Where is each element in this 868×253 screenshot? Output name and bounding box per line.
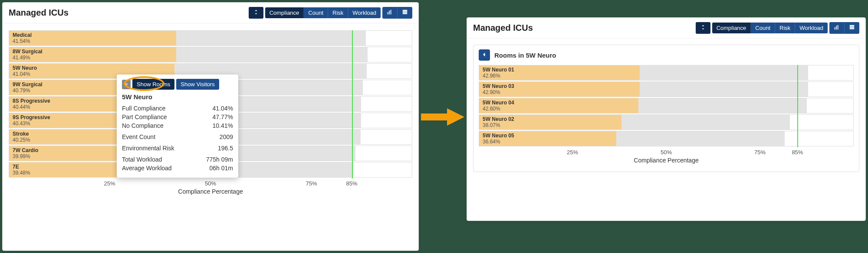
axis-tick: 85% — [792, 149, 803, 156]
bar-name: Medical — [13, 32, 32, 38]
bar-label: 9S Progressive40.43% — [13, 114, 50, 126]
stat-label: Total Workload — [122, 156, 162, 163]
stat-total-workload: Total Workload 775h 09m — [122, 155, 233, 164]
bar-pct: 40.79% — [13, 88, 43, 94]
view-group — [382, 7, 412, 19]
bar-pct: 41.49% — [13, 55, 43, 61]
bar-label: 5W Neuro 0442.60% — [483, 100, 514, 112]
bar-pct: 38.07% — [483, 122, 514, 128]
expand-button[interactable] — [696, 22, 710, 34]
risk-button[interactable]: Risk — [775, 23, 795, 33]
stat-value: 775h 09m — [206, 156, 233, 163]
chart-view-button[interactable] — [829, 22, 845, 34]
close-button[interactable]: × — [122, 80, 131, 89]
table-view-button[interactable] — [398, 7, 412, 19]
risk-stats: Environmental Risk 196.5 — [122, 144, 233, 152]
axis-tick: 75% — [754, 149, 766, 156]
bar-name: 5W Neuro 05 — [483, 133, 514, 139]
stat-label: Average Workload — [122, 165, 172, 172]
axis-tick: 25% — [567, 149, 578, 156]
bar-label: Stroke40.25% — [13, 131, 30, 143]
threshold-line — [352, 30, 353, 178]
show-rooms-button[interactable]: Show Rooms — [132, 79, 174, 90]
popover-title: 5W Neuro — [122, 93, 233, 101]
stat-no-compliance: No Compliance 10.41% — [122, 121, 233, 130]
metric-group: Compliance Count Risk Workload — [712, 23, 828, 33]
stat-value: 2009 — [220, 133, 233, 140]
bar-pct: 40.43% — [13, 120, 50, 126]
bar-chart-icon — [387, 9, 393, 16]
bar-stack-right: 5W Neuro 0142.96%5W Neuro 0342.90%5W Neu… — [479, 65, 854, 146]
bar-label: Medical41.54% — [13, 32, 32, 44]
compliance-stats: Full Compliance 41.04% Part Compliance 4… — [122, 104, 233, 130]
bar-pct: 42.96% — [483, 73, 514, 79]
arrow-icon — [421, 108, 464, 126]
bar-label: 5W Neuro 0342.90% — [483, 83, 514, 95]
threshold-line — [797, 65, 798, 147]
metric-group: Compliance Count Risk Workload — [265, 7, 381, 18]
axis-tick: 50% — [205, 180, 216, 187]
bar-pct: 41.04% — [13, 71, 37, 77]
bar-label: 5W Neuro 0142.96% — [483, 67, 514, 79]
stat-part-compliance: Part Compliance 47.77% — [122, 113, 233, 121]
stat-value: 196.5 — [218, 145, 233, 152]
bar-popover: × Show Rooms Show Visitors 5W Neuro Full… — [117, 75, 238, 178]
bar-pct: 39.99% — [13, 153, 38, 159]
bar-label: 8S Progressive40.44% — [13, 98, 50, 110]
stat-avg-workload: Average Workload 06h 01m — [122, 164, 233, 172]
axis-tick: 25% — [104, 180, 115, 187]
axis-left: 85%75%50%25% Compliance Percentage — [9, 180, 412, 198]
axis-tick: 75% — [306, 180, 317, 187]
bar-name: 8S Progressive — [13, 98, 50, 104]
stat-value: 41.04% — [213, 105, 233, 112]
bar-label: 5W Neuro 0238.07% — [483, 116, 514, 128]
bar-name: 7E — [13, 164, 30, 170]
chevron-left-icon — [482, 52, 487, 58]
bar-name: 5W Neuro 03 — [483, 83, 514, 89]
right-panel: Managed ICUs Compliance Count Risk Workl… — [467, 17, 866, 221]
stat-label: No Compliance — [122, 122, 164, 129]
workload-button[interactable]: Workload — [348, 7, 381, 18]
bar-name: 5W Neuro — [13, 65, 37, 71]
bar-name: 8W Surgical — [13, 49, 43, 55]
compliance-button[interactable]: Compliance — [712, 23, 751, 33]
stat-label: Environmental Risk — [122, 145, 174, 152]
table-icon — [402, 9, 408, 16]
back-button[interactable] — [479, 49, 490, 61]
stat-label: Part Compliance — [122, 114, 167, 120]
table-view-button[interactable] — [845, 22, 859, 34]
risk-button[interactable]: Risk — [328, 7, 348, 18]
bar-pct: 40.44% — [13, 104, 50, 110]
workload-button[interactable]: Workload — [795, 23, 828, 33]
back-row: Rooms in 5W Neuro — [479, 49, 854, 61]
expand-button[interactable] — [249, 7, 263, 19]
bar-name: 5W Neuro 04 — [483, 100, 514, 106]
bar-chart-icon — [834, 24, 840, 32]
bar-name: Stroke — [13, 131, 30, 137]
panel-header-right: Managed ICUs Compliance Count Risk Workl… — [467, 18, 865, 39]
count-button[interactable]: Count — [751, 23, 775, 33]
bar-pct: 41.54% — [13, 38, 32, 44]
bar-label: 8W Surgical41.49% — [13, 49, 43, 61]
bar-name: 5W Neuro 02 — [483, 116, 514, 122]
close-icon: × — [125, 81, 128, 88]
bar-pct: 42.90% — [483, 89, 514, 95]
inner-card: Rooms in 5W Neuro 5W Neuro 0142.96%5W Ne… — [473, 45, 859, 172]
bar-label: 9W Surgical40.79% — [13, 81, 43, 94]
bar-pct: 40.25% — [13, 137, 30, 143]
event-stats: Event Count 2009 — [122, 133, 233, 141]
count-button[interactable]: Count — [304, 7, 328, 18]
bar-name: 9W Surgical — [13, 81, 43, 88]
stat-value: 47.77% — [213, 114, 233, 120]
compliance-button[interactable]: Compliance — [265, 7, 304, 18]
page-title: Managed ICUs — [473, 23, 533, 33]
bar-pct: 39.48% — [13, 170, 30, 176]
stat-label: Full Compliance — [122, 105, 165, 112]
page-title: Managed ICUs — [9, 8, 69, 18]
show-visitors-button[interactable]: Show Visitors — [176, 79, 219, 90]
bar-label: 5W Neuro41.04% — [13, 65, 37, 77]
chart-view-button[interactable] — [382, 7, 398, 19]
stat-env-risk: Environmental Risk 196.5 — [122, 144, 233, 152]
bar-name: 9S Progressive — [13, 114, 50, 120]
stat-full-compliance: Full Compliance 41.04% — [122, 104, 233, 113]
